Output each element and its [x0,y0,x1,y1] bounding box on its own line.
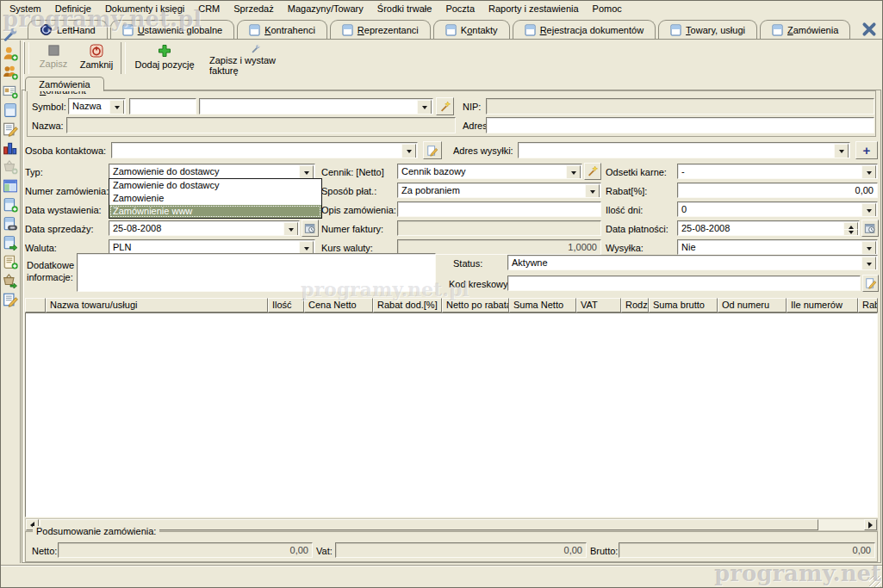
column-header-ile-numerow[interactable]: Ile numerów [787,298,858,313]
column-header-rabat[interactable]: Raba [858,298,878,313]
column-header-od-numeru[interactable]: Od numeru [718,298,787,313]
menu-crm[interactable]: CRM [191,2,227,15]
combo-dropdown-button[interactable] [861,241,876,255]
menu-sprzedaz[interactable]: Sprzedaż [227,2,280,15]
cennik-combobox[interactable]: Cennik bazowy [397,164,582,179]
menu-dokumenty[interactable]: Dokumenty i księgi [98,2,191,15]
spin-down-button[interactable] [843,229,858,236]
summary-netto-value: 0,00 [290,545,308,555]
column-header-netto-po-rabacie[interactable]: Netto po rabata [442,298,509,313]
bar-chart-icon[interactable] [3,140,18,156]
document-icon [342,24,353,36]
opis-zamowienia-input[interactable] [397,201,601,217]
menu-srodki[interactable]: Środki trwałe [370,2,439,15]
menu-poczta[interactable]: Poczta [438,2,482,15]
dropdown-item[interactable]: Zamowienie do dostawcy [109,179,321,192]
menu-raporty[interactable]: Raporty i zestawienia [482,2,586,15]
items-table-body[interactable] [25,313,878,517]
edit-contact-button[interactable] [423,141,442,159]
tab-reprezentanci[interactable]: Reprezentanci [330,20,431,39]
combo-dropdown-button[interactable] [417,100,432,115]
tab-kontakty[interactable]: Kontakty [433,20,510,39]
column-header-rabat-dod[interactable]: Rabat dod.[%] [373,298,442,313]
tab-lefthand[interactable]: LeftHand [28,20,108,39]
close-button[interactable]: Zamknij [75,41,118,76]
tab-zamowienia[interactable]: Zamówienia [760,20,850,39]
kod-kreskowy-edit-button[interactable] [862,275,879,292]
combo-dropdown-button[interactable] [861,257,876,270]
cennik-wizard-button[interactable] [584,163,601,180]
wysylka-combobox[interactable]: Nie [677,239,878,255]
column-header-suma-brutto[interactable]: Suma brutto [649,298,718,313]
data-sprzedazy-combobox[interactable]: 25-08-2008 [109,220,300,236]
menu-magazyny[interactable]: Magazyny/Towary [281,2,370,15]
combo-dropdown-button[interactable] [401,144,416,158]
column-header-nazwa-towaru[interactable]: Nazwa towaru/usługi [46,298,268,313]
column-header-cena-netto[interactable]: Cena Netto [304,298,373,313]
rabat-input[interactable]: 0,00 [677,183,878,198]
link-document-icon[interactable] [3,216,18,232]
column-header-suma-netto[interactable]: Suma Netto [509,298,576,313]
add-people-icon[interactable] [3,65,18,80]
data-platnosci-spinbox[interactable]: 25-08-2008 [677,220,860,236]
adres-field[interactable] [486,117,874,133]
data-sprzedazy-calendar-button[interactable] [302,220,319,237]
add-shipping-address-button[interactable]: + [855,141,878,159]
dodatkowe-informacje-textarea[interactable] [77,253,436,292]
menu-definicje[interactable]: Definicje [48,2,98,15]
combo-dropdown-button[interactable] [109,100,124,115]
combo-dropdown-button[interactable] [566,165,581,179]
document-icon [122,24,134,36]
subtab-zamowienia[interactable]: Zamówienia [25,77,104,91]
tab-towary-uslugi[interactable]: Towary, usługi [658,20,757,39]
add-item-button[interactable]: Dodaj pozycję [127,41,202,76]
export-document-icon[interactable] [3,235,18,251]
add-document-icon[interactable] [3,197,18,213]
notebook-edit-icon-2[interactable] [3,292,18,307]
status-combobox[interactable]: Aktywne [507,255,878,270]
symbol-type-combobox[interactable]: Nazwa [68,98,126,115]
notebook-edit-icon[interactable] [3,121,18,137]
typ-combobox[interactable]: Zamowienie do dostawcy [109,164,315,179]
adres-wysylki-combobox[interactable] [518,142,850,158]
document-icon[interactable] [3,102,18,118]
column-header-ilosc[interactable]: Ilość [268,298,304,313]
scroll-right-button[interactable] [864,519,877,530]
combo-dropdown-button[interactable] [861,165,876,179]
menu-pomoc[interactable]: Pomoc [586,2,629,15]
osoba-kontaktowa-combobox[interactable] [111,142,418,158]
symbol-input[interactable] [129,98,196,115]
combo-dropdown-button[interactable] [299,165,314,179]
column-header-rodzaj[interactable]: Rodz [621,298,649,313]
wrench-icon[interactable] [3,27,18,42]
resize-grip[interactable] [869,576,881,588]
add-card-icon[interactable] [3,84,18,99]
add-scroll-icon[interactable] [3,254,18,269]
combo-dropdown-button[interactable] [585,184,600,198]
data-platnosci-calendar-button[interactable] [861,220,879,237]
tab-ustawienia-globalne[interactable]: Ustawienia globalne [110,20,234,39]
menu-system[interactable]: System [3,2,48,15]
panel-view-icon[interactable] [3,178,18,194]
dropdown-item[interactable]: Zamowienie [109,192,321,205]
odsetki-karne-combobox[interactable]: - [677,164,878,179]
export-basket-icon[interactable] [3,273,18,288]
combo-dropdown-button[interactable] [861,203,876,217]
close-icon[interactable] [861,22,877,37]
sposob-platnosci-combobox[interactable]: Za pobraniem [397,183,601,198]
odsetki-karne-value: - [681,166,685,176]
toolbar-separator [121,42,126,74]
tab-rejestracja-dokumentow[interactable]: Rejestracja dokumentów [513,20,656,39]
save-and-invoice-button[interactable]: Zapisz i wystaw fakturę [204,41,308,76]
kontrahent-wizard-button[interactable] [436,97,454,115]
kod-kreskowy-input[interactable] [507,275,861,291]
column-header-rowselector[interactable] [25,298,46,313]
combo-dropdown-button[interactable] [834,144,849,158]
kontrahent-combobox[interactable] [199,98,433,115]
combo-dropdown-button[interactable] [283,222,298,236]
ilosc-dni-combobox[interactable]: 0 [677,201,878,217]
column-header-vat[interactable]: VAT [576,298,621,313]
add-person-icon[interactable] [3,46,18,61]
tab-kontrahenci[interactable]: Kontrahenci [237,20,327,39]
dropdown-item-selected[interactable]: Zamównienie www [109,205,321,218]
